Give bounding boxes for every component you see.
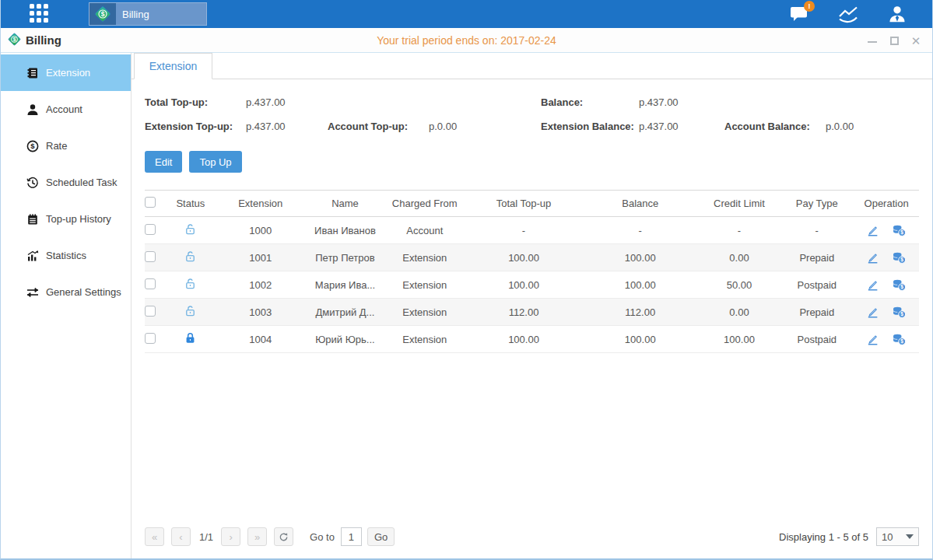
app-grid-icon[interactable] [30, 4, 50, 24]
col-header-balance: Balance [582, 198, 699, 209]
cell-name: Петр Петров [307, 252, 384, 264]
extension-topup-label: Extension Top-up: [145, 121, 246, 132]
taskbar-tab-billing[interactable]: $ Billing [89, 2, 207, 26]
cell-charged-from: Extension [384, 334, 465, 345]
tab-extension[interactable]: Extension [134, 53, 212, 79]
svg-text:$: $ [101, 10, 105, 18]
topup-coins-icon[interactable]: $ [892, 250, 907, 264]
unlock-icon [184, 250, 197, 265]
row-checkbox[interactable] [145, 306, 156, 317]
cell-credit-limit: 0.00 [699, 306, 780, 318]
account-balance-label: Account Balance: [724, 121, 826, 132]
svg-text:$: $ [30, 142, 35, 150]
col-header-credit-limit: Credit Limit [699, 198, 780, 209]
edit-pencil-icon[interactable] [866, 333, 879, 346]
col-header-extension: Extension [215, 198, 307, 209]
page-size-select[interactable]: 10 [876, 527, 919, 546]
cell-charged-from: Extension [384, 279, 465, 291]
last-page-button[interactable]: » [247, 527, 267, 546]
sidebar-item-extension[interactable]: Extension [1, 54, 131, 91]
cell-extension: 1000 [215, 225, 307, 236]
dollar-circle-icon: $ [25, 140, 40, 152]
cell-balance: - [582, 225, 699, 236]
resource-monitor-icon[interactable] [837, 4, 860, 24]
col-header-total-topup: Total Top-up [465, 198, 582, 209]
sliders-icon [25, 286, 40, 299]
cell-pay-type: Postpaid [780, 279, 854, 291]
topup-coins-icon[interactable]: $ [892, 278, 907, 292]
close-button[interactable]: ✕ [910, 35, 921, 46]
goto-label: Go to [310, 531, 335, 543]
topup-coins-icon[interactable]: $ [892, 305, 907, 319]
unlock-icon [184, 222, 197, 238]
col-header-operation: Operation [854, 198, 919, 209]
cell-total-topup: - [465, 225, 582, 236]
cell-charged-from: Extension [384, 306, 465, 318]
minimize-button[interactable] [867, 35, 878, 46]
table-row: 1000 Иван Иванов Account - - - - $ [145, 217, 919, 244]
row-checkbox[interactable] [145, 251, 156, 262]
topup-coins-icon[interactable]: $ [892, 223, 907, 237]
cell-pay-type: Prepaid [780, 252, 854, 264]
row-checkbox[interactable] [145, 278, 156, 289]
row-checkbox[interactable] [145, 224, 156, 235]
sidebar-item-account[interactable]: Account [1, 91, 131, 128]
notifications-icon[interactable]: ! [787, 4, 811, 24]
prev-page-button[interactable]: ‹ [171, 527, 191, 546]
tab-strip: Extension [132, 53, 932, 79]
cell-total-topup: 100.00 [465, 279, 582, 291]
sidebar-item-topup-history[interactable]: Top-up History [1, 201, 131, 237]
svg-text:$: $ [13, 36, 16, 42]
notebook-icon [25, 213, 40, 226]
billing-diamond-icon-small: $ [7, 32, 22, 49]
edit-button[interactable]: Edit [145, 151, 182, 173]
total-topup-label: Total Top-up: [145, 96, 246, 108]
edit-pencil-icon[interactable] [866, 306, 879, 319]
sidebar-item-label: General Settings [46, 286, 121, 298]
cell-total-topup: 100.00 [465, 334, 582, 345]
cell-credit-limit: 0.00 [699, 252, 780, 264]
main-content: Extension Total Top-up: p.437.00 Balance… [132, 53, 932, 558]
cell-pay-type: Prepaid [780, 306, 854, 318]
displaying-info: Displaying 1 - 5 of 5 [779, 531, 868, 543]
edit-pencil-icon[interactable] [866, 278, 879, 292]
select-all-checkbox[interactable] [145, 197, 156, 208]
table-row: 1002 Мария Ива... Extension 100.00 100.0… [145, 271, 919, 299]
top-up-button[interactable]: Top Up [189, 151, 241, 173]
row-checkbox[interactable] [145, 333, 156, 344]
cell-extension: 1004 [215, 334, 307, 345]
ledger-icon [25, 67, 40, 79]
window-title: Billing [26, 33, 61, 47]
notification-badge: ! [804, 1, 815, 12]
edit-pencil-icon[interactable] [866, 251, 879, 264]
goto-page-input[interactable] [341, 527, 362, 546]
go-button[interactable]: Go [367, 527, 395, 546]
sidebar-item-scheduled-task[interactable]: Scheduled Task [1, 164, 131, 201]
svg-text:$: $ [900, 257, 903, 263]
edit-pencil-icon[interactable] [866, 224, 879, 237]
maximize-button[interactable] [889, 35, 900, 46]
cell-balance: 100.00 [582, 334, 699, 345]
stats-icon [25, 250, 40, 262]
unlock-icon [184, 304, 197, 320]
trial-notice: Your trial period ends on: 2017-02-24 [1, 34, 932, 47]
first-page-button[interactable]: « [145, 527, 164, 546]
topup-coins-icon[interactable]: $ [892, 332, 907, 346]
user-account-icon[interactable] [886, 4, 909, 24]
cell-extension: 1001 [215, 252, 307, 264]
next-page-button[interactable]: › [221, 527, 240, 546]
cell-balance: 100.00 [582, 279, 699, 291]
sidebar-item-statistics[interactable]: Statistics [1, 237, 131, 274]
cell-name: Мария Ива... [307, 279, 384, 291]
refresh-icon[interactable] [274, 527, 293, 546]
cell-total-topup: 112.00 [465, 306, 582, 318]
cell-charged-from: Account [384, 225, 465, 236]
sidebar-item-general-settings[interactable]: General Settings [1, 274, 131, 310]
summary-panel: Total Top-up: p.437.00 Balance: p.437.00… [132, 79, 932, 138]
extension-balance-value: p.437.00 [639, 121, 724, 132]
svg-text:$: $ [900, 338, 903, 345]
billing-window: $ Billing ! [0, 0, 933, 560]
lock-icon [184, 331, 197, 347]
cell-pay-type: Postpaid [780, 334, 854, 345]
sidebar-item-rate[interactable]: $ Rate [1, 128, 131, 164]
